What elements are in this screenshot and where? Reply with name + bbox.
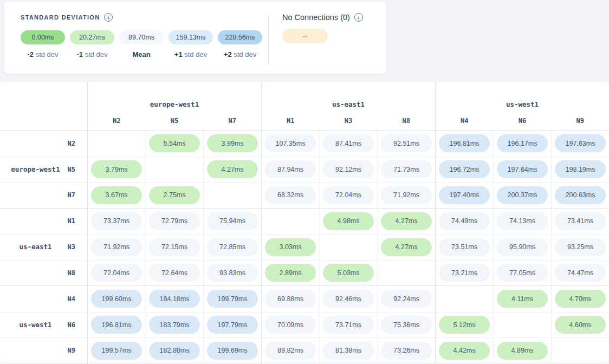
- latency-pill[interactable]: 73.71ms: [323, 316, 374, 334]
- latency-pill[interactable]: 89.82ms: [265, 342, 316, 360]
- latency-pill[interactable]: 3.03ms: [265, 238, 316, 256]
- latency-cell: [261, 209, 319, 235]
- latency-pill[interactable]: 72.79ms: [149, 212, 200, 230]
- latency-pill[interactable]: 92.24ms: [381, 290, 432, 308]
- latency-pill[interactable]: 2.75ms: [149, 186, 200, 204]
- latency-pill[interactable]: 4.11ms: [497, 290, 548, 308]
- latency-pill[interactable]: 87.41ms: [323, 134, 374, 152]
- latency-cell: 72.79ms: [145, 209, 203, 235]
- row-region-label: us-west1: [0, 286, 71, 363]
- latency-pill[interactable]: 92.46ms: [323, 290, 374, 308]
- latency-pill[interactable]: 200.37ms: [497, 186, 548, 204]
- column-node-label-N4: N4: [436, 117, 494, 125]
- latency-pill[interactable]: 74.49ms: [439, 212, 490, 230]
- latency-pill[interactable]: 107.35ms: [265, 134, 316, 152]
- latency-pill[interactable]: 4.27ms: [207, 160, 258, 178]
- latency-pill[interactable]: 92.51ms: [381, 134, 432, 152]
- latency-cell: 92.24ms: [377, 286, 435, 312]
- row-group-us-east1: us-east1N173.37ms72.79ms75.94ms4.98ms4.2…: [0, 208, 609, 286]
- latency-pill[interactable]: 81.38ms: [323, 342, 374, 360]
- latency-pill[interactable]: 71.92ms: [91, 238, 142, 256]
- latency-matrix: europe-west1N2N5N7us-east1N1N3N8us-west1…: [0, 82, 609, 362]
- latency-pill[interactable]: 3.99ms: [207, 134, 258, 152]
- latency-pill[interactable]: 198.19ms: [555, 160, 606, 178]
- latency-pill[interactable]: 87.94ms: [265, 160, 316, 178]
- info-icon[interactable]: i: [104, 13, 113, 22]
- stddev-scale-item: 20.27ms-1 std dev: [70, 30, 114, 58]
- latency-pill[interactable]: 73.26ms: [381, 342, 432, 360]
- latency-cell: 4.27ms: [377, 234, 435, 260]
- no-connection-pill: --: [282, 29, 328, 43]
- latency-pill[interactable]: 73.37ms: [91, 212, 142, 230]
- latency-pill[interactable]: 95.90ms: [497, 238, 548, 256]
- latency-cell: 200.37ms: [493, 182, 551, 208]
- latency-pill[interactable]: 4.98ms: [323, 212, 374, 230]
- latency-cell: 197.40ms: [435, 182, 493, 208]
- latency-cell: 87.41ms: [319, 131, 377, 157]
- latency-pill[interactable]: 70.09ms: [265, 316, 316, 334]
- latency-pill[interactable]: 73.41ms: [555, 212, 606, 230]
- latency-pill[interactable]: 5.03ms: [323, 264, 374, 282]
- latency-pill[interactable]: 197.40ms: [439, 186, 490, 204]
- latency-pill[interactable]: 72.64ms: [149, 264, 200, 282]
- latency-cell: 3.99ms: [203, 131, 261, 157]
- latency-pill[interactable]: 5.12ms: [439, 316, 490, 334]
- latency-pill[interactable]: 4.27ms: [381, 238, 432, 256]
- latency-pill[interactable]: 5.54ms: [149, 134, 200, 152]
- latency-pill[interactable]: 93.25ms: [555, 238, 606, 256]
- latency-cell: 73.26ms: [377, 337, 435, 363]
- latency-pill[interactable]: 182.88ms: [149, 342, 200, 360]
- latency-pill[interactable]: 75.36ms: [381, 316, 432, 334]
- latency-pill[interactable]: 197.64ms: [497, 160, 548, 178]
- latency-cell: 4.27ms: [377, 209, 435, 235]
- latency-cell: 74.13ms: [493, 209, 551, 235]
- latency-pill[interactable]: 2.89ms: [265, 264, 316, 282]
- latency-cell: 74.49ms: [435, 209, 493, 235]
- latency-pill[interactable]: 4.42ms: [439, 342, 490, 360]
- latency-pill[interactable]: 196.17ms: [497, 134, 548, 152]
- latency-pill[interactable]: 183.79ms: [149, 316, 200, 334]
- stddev-scale-label: -2 std dev: [27, 50, 58, 58]
- latency-pill[interactable]: 4.89ms: [497, 342, 548, 360]
- latency-pill[interactable]: 3.67ms: [91, 186, 142, 204]
- latency-pill[interactable]: 3.79ms: [91, 160, 142, 178]
- latency-pill[interactable]: 71.92ms: [381, 186, 432, 204]
- latency-pill[interactable]: 92.12ms: [323, 160, 374, 178]
- latency-pill[interactable]: 197.63ms: [555, 134, 606, 152]
- latency-pill[interactable]: 74.47ms: [555, 264, 606, 282]
- latency-pill[interactable]: 69.88ms: [265, 290, 316, 308]
- latency-pill[interactable]: 200.63ms: [555, 186, 606, 204]
- latency-pill[interactable]: 72.15ms: [149, 238, 200, 256]
- latency-pill[interactable]: 72.85ms: [207, 238, 258, 256]
- info-icon[interactable]: i: [354, 13, 363, 22]
- latency-pill[interactable]: 196.72ms: [439, 160, 490, 178]
- latency-pill[interactable]: 196.81ms: [439, 134, 490, 152]
- latency-pill[interactable]: 74.13ms: [497, 212, 548, 230]
- latency-pill[interactable]: 199.57ms: [91, 342, 142, 360]
- latency-pill[interactable]: 197.79ms: [207, 316, 258, 334]
- latency-pill[interactable]: 4.70ms: [555, 290, 606, 308]
- stddev-scale-item: 89.70msMean: [119, 30, 164, 58]
- latency-pill[interactable]: 72.04ms: [91, 264, 142, 282]
- matrix-corner-cell: [0, 82, 87, 130]
- latency-cell: 4.60ms: [551, 312, 609, 338]
- latency-pill[interactable]: 93.83ms: [207, 264, 258, 282]
- latency-cell: 72.15ms: [145, 234, 203, 260]
- latency-pill[interactable]: 73.51ms: [439, 238, 490, 256]
- latency-cell: [493, 312, 551, 338]
- latency-pill[interactable]: 77.05ms: [497, 264, 548, 282]
- latency-pill[interactable]: 199.60ms: [91, 290, 142, 308]
- latency-pill[interactable]: 199.69ms: [207, 342, 258, 360]
- stddev-scale-pill: 89.70ms: [119, 30, 164, 44]
- latency-pill[interactable]: 199.79ms: [207, 290, 258, 308]
- latency-pill[interactable]: 75.94ms: [207, 212, 258, 230]
- latency-pill[interactable]: 4.27ms: [381, 212, 432, 230]
- latency-pill[interactable]: 184.18ms: [149, 290, 200, 308]
- latency-pill[interactable]: 68.32ms: [265, 186, 316, 204]
- latency-cell: 77.05ms: [493, 260, 551, 286]
- latency-pill[interactable]: 4.60ms: [555, 316, 606, 334]
- latency-pill[interactable]: 73.21ms: [439, 264, 490, 282]
- latency-pill[interactable]: 72.04ms: [323, 186, 374, 204]
- latency-pill[interactable]: 71.73ms: [381, 160, 432, 178]
- latency-pill[interactable]: 196.81ms: [91, 316, 142, 334]
